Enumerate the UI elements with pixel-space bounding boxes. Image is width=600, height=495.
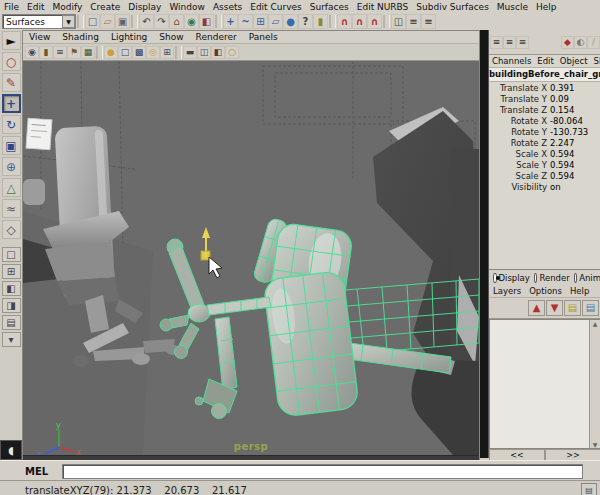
- save-scene-icon[interactable]: ▣: [115, 14, 130, 29]
- render-radio-label[interactable]: Render: [539, 273, 569, 283]
- layer-list[interactable]: ▲ ▼: [489, 319, 600, 449]
- persp-outliner-layout-button[interactable]: ◧: [2, 281, 21, 296]
- menu-create[interactable]: Create: [86, 2, 124, 12]
- layer-options-menu[interactable]: Options: [525, 286, 566, 296]
- render-view-icon[interactable]: ◫: [391, 14, 406, 29]
- channel-value[interactable]: 2.247: [550, 138, 600, 149]
- anim-radio-label[interactable]: Anim: [579, 273, 600, 283]
- panel-menu-panels[interactable]: Panels: [243, 32, 284, 42]
- status-separator[interactable]: [77, 15, 84, 28]
- use-lights-icon[interactable]: ◎: [146, 46, 160, 59]
- new-layer-assign-icon[interactable]: ▤: [582, 300, 599, 316]
- camera-select-icon[interactable]: ◉: [25, 46, 39, 59]
- render-radio[interactable]: [534, 273, 538, 283]
- soft-mod-tool[interactable]: △: [2, 178, 21, 197]
- move-tool[interactable]: +: [2, 94, 21, 113]
- magnet-snap-icon[interactable]: ∩: [352, 14, 367, 29]
- speed-wheel-icon[interactable]: ◐: [574, 36, 587, 49]
- channels-show-menu[interactable]: Show: [590, 56, 600, 66]
- single-pane-layout-button[interactable]: □: [2, 247, 21, 262]
- new-scene-icon[interactable]: □: [85, 14, 100, 29]
- hypershade-layout-button[interactable]: ◨: [2, 298, 21, 313]
- persp-graph-layout-button[interactable]: ▤: [2, 315, 21, 330]
- open-scene-icon[interactable]: ▱: [100, 14, 115, 29]
- image-plane-icon[interactable]: ▦: [81, 46, 95, 59]
- bounding-box-mode-icon[interactable]: ▩: [132, 46, 146, 59]
- scroll-down-icon[interactable]: ▼: [593, 441, 598, 448]
- lock-icon[interactable]: ▮: [313, 14, 328, 29]
- textured-mode-icon[interactable]: ⊞: [160, 46, 174, 59]
- channel-layer-toggle-icon[interactable]: ≡: [516, 36, 529, 49]
- new-empty-layer-icon[interactable]: ▤: [564, 300, 581, 316]
- more-layouts-button[interactable]: ▾: [2, 332, 21, 347]
- universal-manipulator-tool[interactable]: ⊕: [2, 157, 21, 176]
- magnet-snap-icon[interactable]: ∩: [367, 14, 382, 29]
- scroll-up-icon[interactable]: ▲: [593, 320, 598, 327]
- film-gate-icon[interactable]: ▬: [183, 46, 197, 59]
- mel-label[interactable]: MEL: [25, 466, 48, 477]
- lasso-select-tool[interactable]: ○: [2, 52, 21, 71]
- select-component-icon[interactable]: ◧: [199, 14, 214, 29]
- panel-menu-renderer[interactable]: Renderer: [190, 32, 243, 42]
- channel-value[interactable]: 0.594: [550, 160, 600, 171]
- channel-value[interactable]: 0.594: [550, 171, 600, 182]
- channels-edit-menu[interactable]: Edit: [534, 56, 556, 66]
- ipr-render-icon[interactable]: ≡: [421, 14, 436, 29]
- menu-edit-curves[interactable]: Edit Curves: [246, 2, 306, 12]
- snap-planes-icon[interactable]: ▱: [268, 14, 283, 29]
- channel-value[interactable]: 0.09: [550, 94, 600, 105]
- menu-window[interactable]: Window: [165, 2, 209, 12]
- channel-value[interactable]: -130.733: [550, 127, 600, 138]
- camera-lock-icon[interactable]: ▮: [39, 46, 53, 59]
- bookmark-icon[interactable]: ⚑: [67, 46, 81, 59]
- status-separator[interactable]: [215, 15, 222, 28]
- channel-box-toggle-icon[interactable]: ≡: [490, 36, 503, 49]
- panel-menu-shading[interactable]: Shading: [56, 32, 105, 42]
- gate-mask-icon[interactable]: ◧: [211, 46, 225, 59]
- chevron-down-icon[interactable]: ▼: [62, 15, 75, 28]
- menu-muscle[interactable]: Muscle: [493, 2, 532, 12]
- smooth-shade-icon[interactable]: ●: [104, 46, 118, 59]
- status-separator[interactable]: [383, 15, 390, 28]
- magnet-snap-icon[interactable]: ∩: [337, 14, 352, 29]
- wireframe-mode-icon[interactable]: □: [118, 46, 132, 59]
- viewport-canvas[interactable]: y z x persp: [23, 61, 479, 455]
- move-layer-up-icon[interactable]: ▲: [528, 300, 545, 316]
- menu-help[interactable]: Help: [532, 2, 561, 12]
- resolution-gate-icon[interactable]: ◫: [197, 46, 211, 59]
- display-radio[interactable]: [493, 273, 497, 283]
- slider-mode-icon[interactable]: /: [587, 36, 600, 49]
- channel-value[interactable]: 0.391: [550, 83, 600, 94]
- menu-surfaces[interactable]: Surfaces: [306, 2, 353, 12]
- layer-list-scrollbar[interactable]: ▲ ▼: [589, 320, 600, 448]
- menu-display[interactable]: Display: [124, 2, 165, 12]
- layer-editor-toggle-icon[interactable]: ≡: [503, 36, 516, 49]
- menu-edit-nurbs[interactable]: Edit NURBS: [353, 2, 413, 12]
- redo-icon[interactable]: ↷: [154, 14, 169, 29]
- menu-set-selector[interactable]: Surfaces ▼: [2, 14, 76, 29]
- move-layer-down-icon[interactable]: ▼: [546, 300, 563, 316]
- menu-edit[interactable]: Edit: [23, 2, 48, 12]
- manipulator-icon[interactable]: ◆: [561, 36, 574, 49]
- menu-assets[interactable]: Assets: [209, 2, 246, 12]
- select-tool[interactable]: ►: [2, 31, 21, 50]
- select-hierarchy-icon[interactable]: ⌂: [169, 14, 184, 29]
- display-radio-label[interactable]: Display: [499, 273, 530, 283]
- selected-object-name[interactable]: buildingBefore_chair_group: [489, 68, 600, 82]
- isolate-select-icon[interactable]: ○: [225, 46, 239, 59]
- show-manipulator-tool[interactable]: ≈: [2, 199, 21, 218]
- panel-menu-show[interactable]: Show: [153, 32, 189, 42]
- rotate-tool[interactable]: ↻: [2, 115, 21, 134]
- menu-modify[interactable]: Modify: [49, 2, 87, 12]
- panel-menu-lighting[interactable]: Lighting: [105, 32, 153, 42]
- render-settings-icon[interactable]: ≡: [406, 14, 421, 29]
- channels-object-menu[interactable]: Object: [557, 56, 591, 66]
- camera-attributes-icon[interactable]: ≡: [53, 46, 67, 59]
- layer-help-menu[interactable]: Help: [566, 286, 593, 296]
- paint-select-tool[interactable]: ✎: [2, 73, 21, 92]
- menu-file[interactable]: File: [0, 2, 23, 12]
- select-object-icon[interactable]: ◉: [184, 14, 199, 29]
- channel-value[interactable]: 0.594: [550, 149, 600, 160]
- last-tool[interactable]: ◇: [2, 220, 21, 239]
- channel-value[interactable]: -80.064: [550, 116, 600, 127]
